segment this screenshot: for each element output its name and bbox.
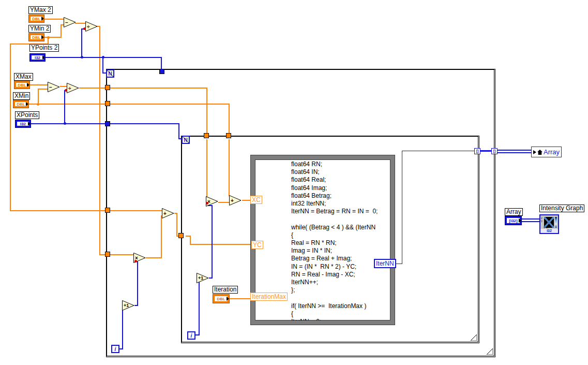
wire-segment	[402, 151, 475, 151]
wire-junction	[37, 103, 39, 106]
terminal-arrow-icon	[26, 102, 28, 106]
divide-node-x[interactable]: ÷	[67, 83, 79, 93]
wire-segment	[137, 261, 138, 306]
subtract-symbol: −	[49, 84, 52, 90]
coercion-dot	[206, 202, 208, 205]
array-control-label: Array	[505, 208, 523, 216]
tunnel-indexing-inner[interactable]: []	[474, 148, 480, 154]
tunnel-xstep[interactable]	[105, 85, 110, 90]
terminal-arrow-icon	[227, 297, 229, 301]
increment-symbol: +1	[198, 275, 203, 281]
inner-loop-count-terminal[interactable]: N	[182, 136, 190, 144]
block-diagram: [] [] N N i i − ÷ − ÷ + × +1 × + +1	[0, 0, 588, 365]
terminal-arrow-icon	[41, 35, 44, 39]
wire-segment	[79, 87, 106, 89]
outer-loop-iteration-terminal[interactable]: i	[111, 345, 119, 353]
ypoints2-label: YPoints 2	[29, 44, 59, 52]
wire-segment	[44, 19, 64, 20]
wire-segment	[190, 244, 253, 245]
tunnel-inner-xmin[interactable]	[226, 133, 231, 138]
wire-segment	[178, 123, 179, 139]
increment-node-outer[interactable]: +1	[122, 300, 134, 311]
wire-segment	[81, 29, 82, 58]
subtract-node-y[interactable]: −	[64, 17, 76, 27]
ypoints2-terminal[interactable]: I32	[29, 53, 46, 62]
wire-2d-array	[522, 218, 540, 222]
add-node-xc[interactable]: +	[229, 195, 242, 206]
xmax-label: XMax	[14, 73, 33, 81]
wire-segment	[28, 104, 106, 105]
wire-segment	[10, 43, 11, 211]
wire-segment	[30, 84, 48, 85]
tunnel-ystep[interactable]	[105, 252, 110, 257]
wire-segment	[38, 89, 48, 90]
xmin-terminal[interactable]: DBL	[13, 100, 29, 108]
increment-node-inner[interactable]: +1	[197, 273, 209, 283]
wire-segment	[218, 202, 229, 203]
array-control-terminal[interactable]: [I32]	[505, 216, 522, 225]
array-indicator-terminal[interactable]: Array	[531, 147, 562, 157]
inner-loop-iteration-terminal[interactable]: i	[187, 331, 195, 340]
wire-segment	[61, 25, 62, 38]
wire-segment	[110, 254, 133, 255]
intensity-graph-type: I32	[540, 229, 558, 233]
terminal-arrow-icon	[519, 218, 521, 223]
outer-loop-count-terminal[interactable]: N	[106, 69, 114, 78]
intensity-graph-terminal[interactable]: 2 0 0 10 I32	[539, 214, 559, 234]
formula-input-xc[interactable]: XC	[250, 196, 262, 204]
tunnel-ypoints-top[interactable]	[159, 69, 164, 74]
outer-loop-resize-corner[interactable]	[487, 348, 493, 355]
wire-segment	[75, 23, 85, 24]
tunnel-ymin[interactable]	[105, 208, 110, 213]
ymax2-label: YMax 2	[28, 6, 53, 14]
terminal-arrow-icon	[533, 150, 536, 154]
wire-segment	[212, 205, 213, 279]
wire-junction	[102, 56, 104, 59]
ymin2-label: YMin 2	[28, 25, 51, 33]
terminal-arrow-icon	[27, 83, 29, 87]
tunnel-xpoints[interactable]	[105, 121, 110, 126]
inner-loop-resize-corner[interactable]	[471, 334, 477, 341]
formula-input-yc[interactable]: YC	[251, 241, 263, 249]
wire-junction	[81, 56, 83, 59]
iteration-terminal[interactable]: DBL	[213, 294, 230, 303]
ymin2-terminal[interactable]: DBL	[28, 33, 44, 41]
tunnel-inner-yc[interactable]	[178, 233, 184, 238]
formula-output-iternn[interactable]: IterNN	[374, 259, 396, 268]
multiply-node-xc[interactable]: ×	[206, 196, 218, 207]
terminal-arrow-icon	[28, 122, 31, 126]
house-icon	[537, 150, 542, 155]
formula-code[interactable]: float64 RN; float64 IN; float64 Real; fl…	[291, 160, 378, 325]
wire-segment	[110, 123, 179, 124]
tunnel-indexing-outer[interactable]: []	[491, 148, 497, 154]
xmax-terminal[interactable]: DBL	[14, 81, 30, 89]
terminal-arrow-icon	[41, 17, 44, 21]
wire-segment	[110, 104, 230, 105]
add-node-yc[interactable]: +	[162, 208, 174, 218]
wire-segment	[99, 26, 100, 255]
wire-segment	[102, 57, 103, 74]
subtract-node-x[interactable]: −	[48, 82, 60, 92]
divide-node-y[interactable]: ÷	[85, 21, 98, 32]
divide-symbol: ÷	[87, 24, 90, 30]
subtract-symbol: −	[65, 20, 68, 25]
xpoints-terminal[interactable]: I32	[15, 120, 31, 128]
array-control-type: [I32]	[506, 217, 520, 224]
wire-segment	[480, 150, 492, 152]
formula-input-iterationmax[interactable]: IterationMax	[250, 293, 288, 301]
coercion-dot	[134, 260, 137, 262]
wire-segment	[199, 282, 200, 335]
wire-segment	[402, 151, 402, 264]
add-symbol: +	[231, 198, 234, 203]
iteration-label: Iteration	[213, 286, 238, 294]
ymax2-terminal[interactable]: DBL	[28, 14, 44, 23]
xpoints-label: XPoints	[15, 111, 39, 119]
wire-segment	[206, 139, 207, 197]
wire-segment	[122, 308, 123, 349]
tunnel-inner-xstep[interactable]	[204, 133, 209, 138]
wire-segment	[206, 87, 207, 136]
tunnel-xmin[interactable]	[105, 101, 110, 106]
wire-segment	[30, 123, 106, 124]
coercion-dot	[65, 89, 67, 92]
intensity-graph-label: Intensity Graph	[539, 205, 584, 212]
